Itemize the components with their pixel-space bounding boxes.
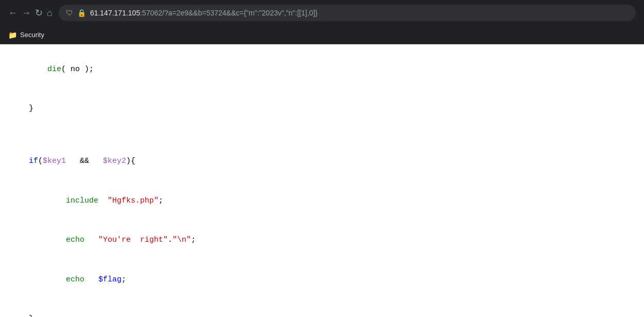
tab-bar: 📁 Security — [0, 26, 644, 44]
shield-icon: 🛡 — [66, 9, 73, 17]
code-area: die( no ); } if($key1 && $key2){ include… — [0, 44, 644, 317]
code-line-2: } — [10, 89, 634, 129]
url-display: 61.147.171.105:57062/?a=2e9&&b=53724&&c=… — [90, 9, 318, 17]
forward-button[interactable]: → — [22, 8, 31, 18]
reload-button[interactable]: ↻ — [35, 8, 43, 18]
code-line-1: die( no ); — [10, 49, 634, 89]
home-button[interactable]: ⌂ — [47, 8, 53, 18]
url-host: 61.147.171.105 — [90, 9, 140, 17]
code-token: die — [29, 65, 61, 74]
address-bar[interactable]: 🛡 🔒 61.147.171.105:57062/?a=2e9&&b=53724… — [59, 5, 636, 21]
tab-security[interactable]: 📁 Security — [8, 31, 44, 39]
back-button[interactable]: ← — [8, 8, 18, 18]
nav-buttons: ← → ↻ ⌂ — [8, 8, 53, 18]
code-line-6: echo "You're right"."\n"; — [10, 221, 634, 260]
folder-icon: 📁 — [8, 31, 17, 39]
code-line-7: echo $flag; — [10, 260, 634, 299]
lock-icon: 🔒 — [77, 9, 86, 17]
code-line-5: include "Hgfks.php"; — [10, 181, 634, 221]
code-line-3 — [10, 128, 634, 142]
code-line-8: } — [10, 299, 634, 318]
tab-label: Security — [20, 31, 44, 39]
code-line-4: if($key1 && $key2){ — [10, 142, 634, 181]
browser-chrome: ← → ↻ ⌂ 🛡 🔒 61.147.171.105:57062/?a=2e9&… — [0, 0, 644, 26]
url-path: :57062/?a=2e9&&b=53724&&c={"m":"2023v","… — [140, 9, 318, 17]
